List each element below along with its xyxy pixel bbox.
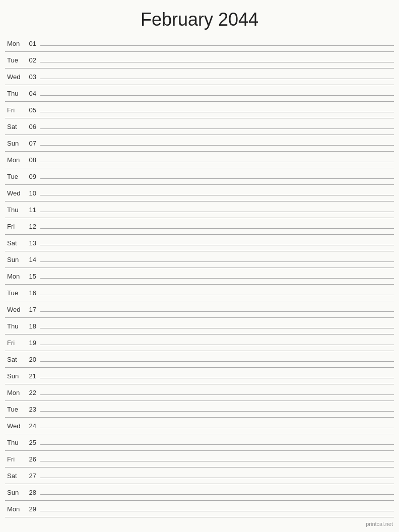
day-line — [40, 361, 394, 362]
day-name: Fri — [5, 106, 25, 114]
day-number: 05 — [25, 106, 40, 114]
day-row: Mon22 — [5, 384, 394, 401]
day-number: 04 — [25, 90, 40, 97]
day-row: Sat27 — [5, 468, 394, 484]
day-line — [40, 444, 394, 445]
day-line — [40, 261, 394, 262]
day-number: 18 — [25, 322, 40, 330]
day-number: 27 — [25, 472, 40, 480]
day-line — [40, 378, 394, 378]
day-number: 28 — [25, 489, 40, 496]
day-number: 23 — [25, 406, 40, 413]
day-number: 22 — [25, 389, 40, 396]
day-row: Thu11 — [5, 202, 394, 218]
day-number: 16 — [25, 289, 40, 297]
day-number: 25 — [25, 439, 40, 446]
day-line — [40, 212, 394, 212]
day-row: Tue16 — [5, 285, 394, 301]
day-line — [40, 178, 394, 179]
day-line — [40, 162, 394, 162]
day-line — [40, 428, 394, 428]
day-row: Sat13 — [5, 235, 394, 251]
day-name: Tue — [5, 56, 25, 64]
day-name: Sat — [5, 239, 25, 247]
day-line — [40, 128, 394, 129]
day-line — [40, 461, 394, 461]
day-line — [40, 278, 394, 279]
day-name: Tue — [5, 173, 25, 180]
day-name: Mon — [5, 156, 25, 164]
day-row: Wed24 — [5, 418, 394, 434]
day-name: Thu — [5, 90, 25, 97]
day-row: Tue23 — [5, 401, 394, 418]
day-line — [40, 411, 394, 412]
day-number: 29 — [25, 505, 40, 513]
day-row: Thu18 — [5, 318, 394, 335]
day-name: Fri — [5, 223, 25, 230]
day-line — [40, 311, 394, 312]
day-name: Wed — [5, 73, 25, 81]
day-line — [40, 79, 394, 79]
day-row: Fri19 — [5, 335, 394, 351]
day-line — [40, 228, 394, 229]
day-line — [40, 45, 394, 46]
day-number: 13 — [25, 239, 40, 247]
day-number: 03 — [25, 73, 40, 81]
day-row: Fri12 — [5, 218, 394, 235]
day-name: Tue — [5, 406, 25, 413]
day-line — [40, 478, 394, 478]
day-row: Sun21 — [5, 368, 394, 384]
day-row: Thu25 — [5, 434, 394, 451]
day-number: 17 — [25, 306, 40, 313]
day-line — [40, 295, 394, 295]
day-name: Thu — [5, 439, 25, 446]
day-row: Sun14 — [5, 251, 394, 268]
day-line — [40, 145, 394, 146]
day-line — [40, 245, 394, 245]
day-number: 01 — [25, 40, 40, 47]
day-row: Sat20 — [5, 351, 394, 368]
day-row: Wed17 — [5, 301, 394, 318]
day-number: 19 — [25, 339, 40, 347]
day-number: 15 — [25, 273, 40, 280]
day-row: Tue02 — [5, 52, 394, 69]
day-name: Tue — [5, 289, 25, 297]
day-line — [40, 112, 394, 112]
day-number: 24 — [25, 422, 40, 430]
day-number: 12 — [25, 223, 40, 230]
day-row: Sun07 — [5, 135, 394, 152]
day-row: Mon29 — [5, 501, 394, 517]
day-name: Wed — [5, 189, 25, 197]
day-name: Sat — [5, 472, 25, 480]
day-name: Fri — [5, 339, 25, 347]
day-row: Fri05 — [5, 102, 394, 118]
day-number: 06 — [25, 123, 40, 130]
day-line — [40, 345, 394, 345]
day-line — [40, 328, 394, 328]
day-name: Sun — [5, 489, 25, 496]
day-number: 26 — [25, 455, 40, 463]
day-number: 09 — [25, 173, 40, 180]
day-name: Sun — [5, 140, 25, 147]
day-row: Sat06 — [5, 118, 394, 135]
day-row: Mon01 — [5, 35, 394, 52]
day-name: Mon — [5, 389, 25, 396]
day-row: Wed03 — [5, 69, 394, 85]
day-name: Mon — [5, 40, 25, 47]
day-number: 10 — [25, 189, 40, 197]
day-name: Fri — [5, 455, 25, 463]
day-line — [40, 494, 394, 495]
day-name: Sat — [5, 356, 25, 363]
day-number: 08 — [25, 156, 40, 164]
day-line — [40, 511, 394, 511]
day-number: 20 — [25, 356, 40, 363]
day-row: Fri26 — [5, 451, 394, 468]
day-row: Wed10 — [5, 185, 394, 202]
day-line — [40, 394, 394, 395]
day-number: 07 — [25, 140, 40, 147]
day-line — [40, 95, 394, 96]
day-name: Sat — [5, 123, 25, 130]
day-row: Mon08 — [5, 152, 394, 168]
day-number: 14 — [25, 256, 40, 263]
day-name: Mon — [5, 273, 25, 280]
